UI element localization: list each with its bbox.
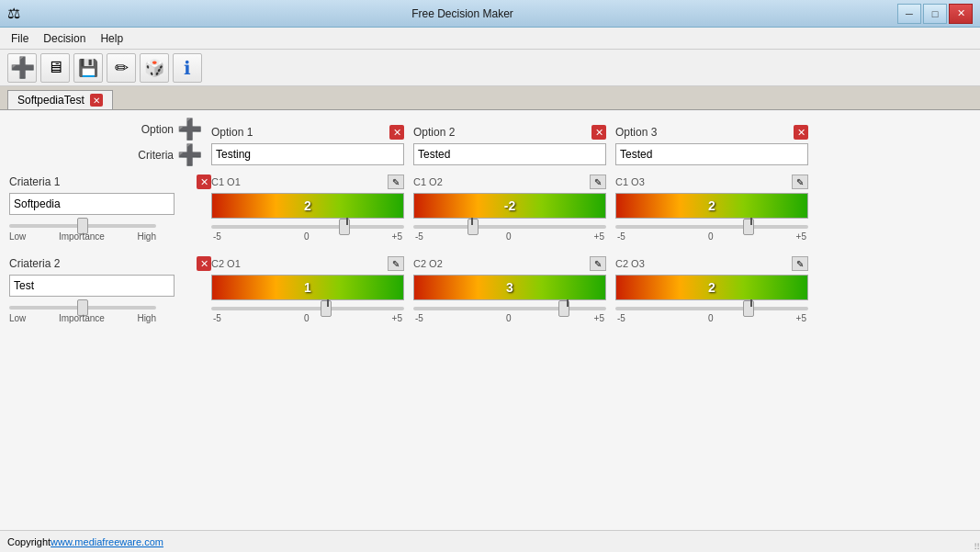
edit-score-1-1-button[interactable]: ✎ (388, 175, 404, 189)
edit-score-1-2-button[interactable]: ✎ (590, 175, 606, 189)
score-indicator-1-2 (471, 218, 473, 225)
edit-button[interactable]: ✏ (107, 53, 136, 83)
restore-button[interactable]: □ (923, 4, 947, 24)
bar-slider-1-3[interactable] (615, 225, 808, 229)
menu-help[interactable]: Help (93, 30, 130, 47)
info-button[interactable]: ℹ (173, 53, 202, 83)
score-header-1-3: C1 O3 ✎ (615, 175, 808, 189)
scale-high-1: High (137, 231, 156, 242)
scale-high-2: High (137, 313, 156, 323)
close-button[interactable]: ✕ (949, 4, 973, 24)
edit-score-2-2-button[interactable]: ✎ (590, 256, 606, 271)
importance-slider-2[interactable] (9, 306, 156, 310)
gradient-bar-2-1: 1 (211, 275, 404, 300)
edit-score-2-1-button[interactable]: ✎ (388, 256, 404, 271)
option-2-input[interactable] (413, 143, 606, 165)
new-button[interactable]: ➕ (7, 53, 37, 83)
criteria-info-1: Criateria 1 ✕ Low Importance High (9, 175, 211, 242)
option-add-area: Option ➕ (9, 119, 211, 140)
score-cell-1-3: C1 O3 ✎ 2 -5 0 +5 (615, 175, 808, 242)
edit-score-1-3-button[interactable]: ✎ (792, 175, 808, 189)
scale-low-1: Low (9, 231, 26, 242)
edit-score-2-3-button[interactable]: ✎ (792, 256, 808, 271)
status-bar: Copyright www.mediafreeware.com (0, 530, 980, 552)
window-title: Free Decision Maker (28, 7, 897, 20)
score-value-2-3: 2 (708, 280, 715, 295)
header-row: Option ➕ Criteria ➕ Option 1 ✕ Option 2 … (9, 119, 971, 165)
score-title-1-3: C1 O3 (615, 176, 645, 187)
importance-slider-1[interactable] (9, 224, 156, 228)
scale-min-2-3: -5 (617, 313, 625, 323)
gradient-bar-2-3: 2 (615, 275, 808, 300)
score-cell-2-2: C2 O2 ✎ 3 -5 0 +5 (413, 256, 606, 323)
score-header-1-1: C1 O1 ✎ (211, 175, 404, 189)
tab-softpediatest[interactable]: SoftpediaTest ✕ (7, 90, 113, 109)
bar-slider-2-2[interactable] (413, 307, 606, 310)
bar-slider-2-1[interactable] (211, 307, 404, 310)
scale-mid-2-1: 0 (304, 313, 310, 323)
scale-min-2-2: -5 (415, 313, 423, 323)
scale-mid-1-1: 0 (304, 231, 310, 242)
gradient-bar-1-3: 2 (615, 193, 808, 219)
bar-slider-1-2[interactable] (413, 225, 606, 229)
website-link[interactable]: www.mediafreeware.com (51, 536, 163, 547)
score-indicator-2-1 (327, 299, 329, 307)
tab-close-button[interactable]: ✕ (90, 94, 103, 107)
criteria-2-name: Criateria 2 (9, 257, 60, 270)
menu-file[interactable]: File (4, 30, 36, 47)
open-button[interactable]: 🖥 (40, 53, 70, 83)
criteria-2-header-row: Criateria 2 ✕ (9, 256, 211, 271)
main-content: Option ➕ Criteria ➕ Option 1 ✕ Option 2 … (0, 110, 980, 530)
scale-max-2-2: +5 (594, 313, 604, 323)
criteria-1-input[interactable] (9, 193, 175, 215)
score-indicator-1-3 (750, 218, 752, 225)
option-label: Option (141, 123, 174, 136)
score-indicator-2-2 (567, 299, 569, 307)
option-1-input[interactable] (211, 143, 404, 165)
delete-option-1-button[interactable]: ✕ (389, 125, 404, 140)
save-button[interactable]: 💾 (73, 53, 103, 83)
option-2-header: Option 2 ✕ (413, 125, 606, 140)
score-header-2-2: C2 O2 ✎ (413, 256, 606, 271)
scale-mid-2-2: 0 (506, 313, 512, 323)
criteria-2-input-area (9, 275, 211, 297)
bar-slider-1-1[interactable] (211, 225, 404, 229)
criteria-row-1: Criateria 1 ✕ Low Importance High C1 O1 … (9, 175, 971, 242)
option-1-header: Option 1 ✕ (211, 125, 404, 140)
scale-max-1-2: +5 (594, 231, 604, 242)
resize-grip[interactable]: ⠿ (965, 537, 980, 552)
menu-decision[interactable]: Decision (36, 30, 93, 47)
scale-mid-2-3: 0 (708, 313, 714, 323)
criteria-info-2: Criateria 2 ✕ Low Importance High (9, 256, 211, 323)
scale-mid-1-2: 0 (506, 231, 512, 242)
criteria-add-area: Criteria ➕ (9, 145, 211, 165)
criteria-2-input[interactable] (9, 275, 175, 297)
scale-min-2-1: -5 (213, 313, 221, 323)
random-button[interactable]: 🎲 (140, 53, 169, 83)
delete-option-3-button[interactable]: ✕ (794, 125, 808, 140)
criteria-1-importance (9, 220, 211, 231)
score-indicator-2-3 (750, 299, 752, 307)
gradient-bar-1-2: -2 (413, 193, 606, 219)
scale-low-2: Low (9, 313, 26, 323)
bar-slider-2-3[interactable] (615, 307, 808, 310)
window-controls: ─ □ ✕ (897, 4, 973, 24)
minimize-button[interactable]: ─ (897, 4, 921, 24)
add-option-button[interactable]: ➕ (177, 119, 202, 140)
score-value-2-2: 3 (506, 280, 513, 295)
score-cells-2: C2 O1 ✎ 1 -5 0 +5 C2 O2 ✎ 3 (211, 256, 808, 323)
option-3-input[interactable] (615, 143, 808, 165)
scale-min-1-3: -5 (617, 231, 625, 242)
delete-option-2-button[interactable]: ✕ (591, 125, 606, 140)
gradient-bar-1-1: 2 (211, 193, 404, 219)
score-cell-2-3: C2 O3 ✎ 2 -5 0 +5 (615, 256, 808, 323)
delete-criteria-2-button[interactable]: ✕ (197, 256, 211, 271)
option-col-2: Option 2 ✕ (413, 125, 606, 165)
add-criteria-button[interactable]: ➕ (177, 145, 202, 165)
delete-criteria-1-button[interactable]: ✕ (197, 175, 211, 189)
gradient-bar-2-2: 3 (413, 275, 606, 300)
scale-max-1-1: +5 (392, 231, 402, 242)
score-value-1-3: 2 (708, 198, 715, 213)
criteria-row-2: Criateria 2 ✕ Low Importance High C2 O1 … (9, 256, 971, 323)
score-title-2-2: C2 O2 (413, 258, 443, 269)
